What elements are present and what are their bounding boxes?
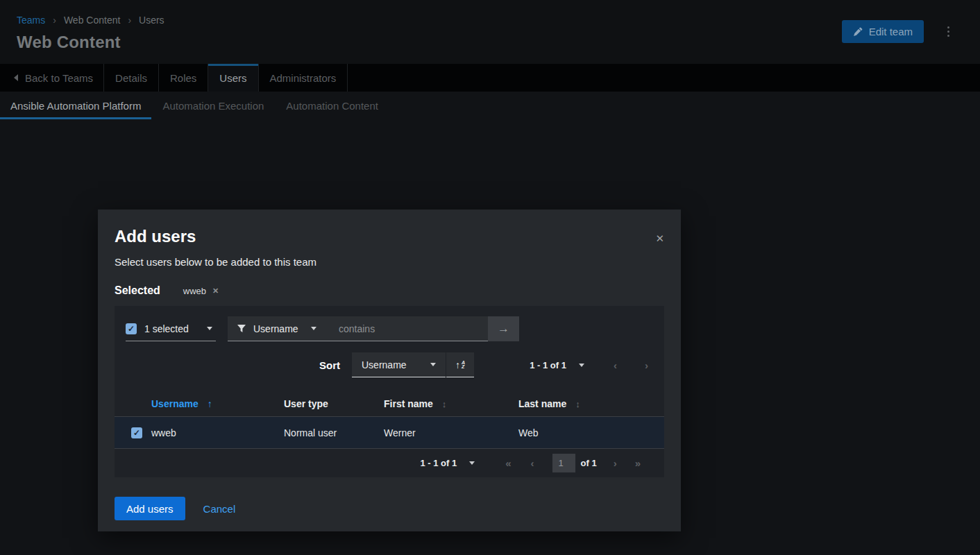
next-page-icon[interactable]: ›: [614, 458, 617, 468]
chevron-down-icon[interactable]: [579, 364, 584, 367]
subtab-ansible-automation-platform[interactable]: Ansible Automation Platform: [0, 92, 151, 119]
sort-ascending-icon: ↑: [208, 398, 212, 409]
edit-team-label: Edit team: [869, 26, 913, 37]
subtab-automation-execution[interactable]: Automation Execution: [151, 92, 275, 119]
breadcrumb: Teams › Web Content › Users: [17, 15, 963, 26]
first-page-icon[interactable]: «: [505, 458, 511, 468]
last-page-icon[interactable]: »: [635, 458, 641, 468]
breadcrumb-teams[interactable]: Teams: [17, 15, 45, 26]
table-row[interactable]: ✓ wweb Normal user Werner Web: [115, 417, 664, 449]
add-users-modal: Add users ✕ Select users below to be add…: [98, 210, 681, 531]
filter-attribute-dropdown[interactable]: Username: [228, 316, 326, 341]
page-title: Web Content: [17, 33, 963, 52]
cancel-button[interactable]: Cancel: [203, 503, 236, 515]
tab-back-to-teams[interactable]: Back to Teams: [0, 64, 104, 92]
arrow-right-icon: →: [498, 322, 509, 336]
bulk-select-label: 1 selected: [144, 323, 189, 334]
breadcrumb-separator-icon: ›: [128, 15, 131, 26]
modal-header: Add users ✕: [115, 227, 664, 246]
subtab-automation-content[interactable]: Automation Content: [275, 92, 389, 119]
tab-bar: Back to Teams Details Roles Users Admini…: [0, 64, 980, 92]
chevron-down-icon[interactable]: [469, 461, 475, 465]
chip-remove-icon[interactable]: ✕: [212, 287, 219, 296]
prev-page-icon[interactable]: ‹: [531, 458, 534, 468]
masthead-actions: Edit team: [842, 20, 952, 43]
current-page-input[interactable]: 1: [552, 454, 575, 472]
tab-back-label: Back to Teams: [25, 72, 93, 84]
column-header-last-name[interactable]: Last name ↕: [518, 398, 664, 409]
cell-last-name: Web: [518, 427, 664, 438]
tab-users[interactable]: Users: [208, 64, 258, 92]
filter-attribute-label: Username: [253, 323, 298, 334]
column-header-user-type[interactable]: User type: [284, 398, 384, 409]
pencil-icon: [853, 27, 863, 37]
selected-label: Selected: [115, 284, 160, 297]
sort-label: Sort: [319, 359, 340, 371]
chevron-down-icon: [311, 327, 316, 330]
bulk-select-checkbox[interactable]: ✓: [126, 323, 137, 334]
tab-administrators[interactable]: Administrators: [259, 64, 348, 92]
cell-first-name: Werner: [384, 427, 518, 438]
top-pagination: 1 - 1 of 1 ‹ ›: [530, 360, 653, 370]
cell-user-type: Normal user: [284, 427, 384, 438]
sortable-icon: ↕: [575, 399, 580, 409]
modal-title: Add users: [115, 227, 196, 246]
apply-filter-button[interactable]: →: [488, 316, 519, 341]
masthead: Teams › Web Content › Users Web Content …: [0, 0, 980, 64]
close-icon[interactable]: ✕: [655, 232, 664, 245]
table-toolbar: ✓ 1 selected Username: [115, 306, 664, 391]
pagination-range: 1 - 1 of 1: [420, 458, 457, 468]
tab-details[interactable]: Details: [104, 64, 159, 92]
prev-page-icon[interactable]: ‹: [614, 360, 617, 370]
bottom-pagination: 1 - 1 of 1 « ‹ 1 of 1 › »: [115, 449, 664, 477]
pagination-range: 1 - 1 of 1: [530, 360, 566, 370]
modal-footer: Add users Cancel: [115, 497, 664, 520]
edit-team-button[interactable]: Edit team: [842, 20, 924, 43]
filter-value-input[interactable]: [326, 316, 488, 341]
sort-column-value: Username: [362, 359, 407, 370]
back-caret-icon: [14, 74, 18, 81]
modal-description: Select users below to be added to this t…: [115, 256, 664, 268]
next-page-icon[interactable]: ›: [645, 360, 648, 370]
page: Teams › Web Content › Users Web Content …: [0, 0, 980, 555]
column-header-first-name[interactable]: First name ↕: [384, 398, 518, 409]
kebab-menu-icon[interactable]: [945, 24, 952, 40]
sort-alpha-asc-icon: ↑ AZ: [455, 359, 465, 370]
users-table-card: ✓ 1 selected Username: [115, 306, 664, 477]
breadcrumb-separator-icon: ›: [53, 15, 56, 26]
breadcrumb-users: Users: [139, 15, 164, 26]
selected-chip-text: wweb: [183, 286, 206, 296]
filter-group: Username: [228, 316, 488, 341]
toolbar-filter-row: ✓ 1 selected Username: [126, 316, 653, 341]
pagination-of-label: of 1: [581, 458, 597, 468]
cell-username: wweb: [151, 427, 284, 438]
add-users-confirm-button[interactable]: Add users: [115, 497, 185, 520]
selected-users-row: Selected wweb ✕: [115, 283, 664, 298]
bulk-select-dropdown[interactable]: ✓ 1 selected: [126, 316, 216, 341]
chevron-down-icon: [430, 363, 436, 366]
filter-icon: [237, 325, 246, 333]
table-header-row: Username ↑ User type First name ↕ Last n…: [115, 391, 664, 417]
sort-direction-button[interactable]: ↑ AZ: [446, 352, 474, 377]
sort-column-dropdown[interactable]: Username: [352, 352, 446, 377]
column-header-username[interactable]: Username ↑: [151, 398, 284, 409]
sortable-icon: ↕: [442, 399, 447, 409]
tab-roles[interactable]: Roles: [159, 64, 208, 92]
row-checkbox[interactable]: ✓: [131, 427, 142, 438]
toolbar-sort-row: Sort Username ↑ AZ 1 - 1 of 1: [126, 352, 653, 377]
subtab-bar: Ansible Automation Platform Automation E…: [0, 92, 980, 119]
chevron-down-icon: [207, 327, 212, 330]
breadcrumb-web-content[interactable]: Web Content: [64, 15, 120, 26]
selected-chip: wweb ✕: [183, 286, 219, 296]
